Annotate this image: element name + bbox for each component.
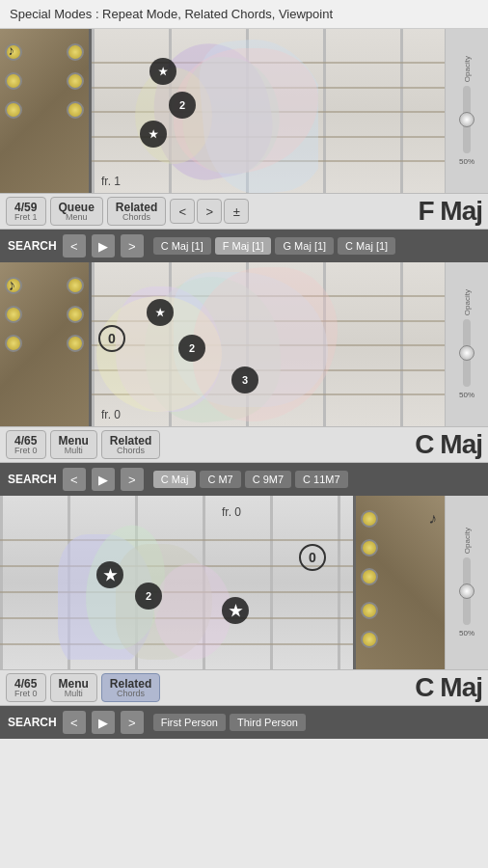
opacity-slider-1[interactable]: Opacity 50% — [445, 29, 488, 193]
search-play-3[interactable]: ▶ — [92, 711, 115, 734]
search-back-1[interactable]: < — [63, 234, 86, 258]
opacity-percent-2: 50% — [459, 391, 474, 399]
finger-1-3: ★ — [140, 121, 167, 148]
panel-2: ♪ 0 ★ 2 3 fr. 0 Opacity 50% — [0, 262, 488, 496]
finger-3-2: 2 — [135, 583, 162, 610]
search-play-1[interactable]: ▶ — [92, 234, 115, 258]
search-results-3: First Person Third Person — [153, 714, 480, 731]
search-results-2: C Maj C M7 C 9M7 C 11M7 — [153, 471, 480, 488]
opacity-label-1: Opacity — [463, 56, 472, 82]
app-header: Special Modes : Repeat Mode, Related Cho… — [0, 0, 488, 29]
fret-label-3: fr. 0 — [222, 505, 241, 519]
position-btn-3[interactable]: 4/65 Fret 0 — [6, 673, 46, 702]
chord-name-2: C Maj — [415, 429, 482, 460]
search-result-3-1[interactable]: Third Person — [230, 714, 306, 731]
finger-2-1: ★ — [147, 299, 174, 326]
panel-3: ♪ fr. 0 ★ 2 ★ 0 Opacity 50% — [0, 496, 488, 739]
search-label-2: SEARCH — [8, 473, 57, 486]
opacity-slider-2[interactable]: Opacity 50% — [445, 262, 488, 426]
finger-2-2: 2 — [178, 335, 205, 362]
finger-1-1: ★ — [149, 58, 176, 85]
chord-name-3: C Maj — [415, 672, 482, 703]
search-back-3[interactable]: < — [63, 711, 86, 734]
finger-1-2: 2 — [169, 92, 196, 119]
opacity-percent-1: 50% — [459, 157, 474, 166]
header-title: Special Modes : Repeat Mode, Related Cho… — [10, 7, 333, 21]
slider-thumb-3[interactable] — [459, 583, 474, 599]
finger-3-open: 0 — [299, 544, 326, 571]
search-bar-1: SEARCH < ▶ > C Maj [1] F Maj [1] G Maj [… — [0, 230, 488, 262]
slider-thumb-2[interactable] — [459, 345, 474, 361]
opacity-slider-3[interactable]: Opacity 50% — [445, 496, 488, 669]
opacity-percent-3: 50% — [459, 629, 474, 637]
fret-label-1: fr. 1 — [101, 175, 121, 188]
finger-3-star2: ★ — [222, 597, 249, 624]
queue-btn-2[interactable]: Menu Multi — [50, 430, 97, 459]
opacity-label-2: Opacity — [463, 289, 472, 315]
finger-2-open: 0 — [98, 325, 125, 352]
fret-label-2: fr. 0 — [101, 408, 121, 421]
search-results-1: C Maj [1] F Maj [1] G Maj [1] C Maj [1] — [153, 237, 480, 255]
queue-btn-3[interactable]: Menu Multi — [50, 673, 97, 702]
slider-track-1[interactable] — [463, 86, 471, 153]
related-btn-2[interactable]: Related Chords — [101, 430, 160, 459]
finger-2-3: 3 — [231, 366, 258, 393]
search-result-1-3[interactable]: C Maj [1] — [338, 237, 395, 255]
queue-btn-1[interactable]: Queue Menu — [50, 197, 103, 226]
finger-3-star1: ★ — [96, 561, 123, 588]
control-bar-1: 4/59 Fret 1 Queue Menu Related Chords < … — [0, 193, 488, 230]
search-label-1: SEARCH — [8, 239, 57, 253]
search-bar-3: SEARCH < ▶ > First Person Third Person — [0, 706, 488, 739]
search-result-2-2[interactable]: C 9M7 — [245, 471, 291, 488]
related-btn-1[interactable]: Related Chords — [107, 197, 166, 226]
search-result-1-0[interactable]: C Maj [1] — [153, 237, 211, 255]
nav-fwd-1[interactable]: > — [197, 199, 222, 224]
slider-thumb-1[interactable] — [459, 112, 474, 127]
search-play-2[interactable]: ▶ — [92, 468, 115, 491]
opacity-label-3: Opacity — [463, 528, 472, 554]
search-result-3-0[interactable]: First Person — [153, 714, 226, 731]
nav-group-1: < > ± — [170, 199, 249, 224]
position-btn-2[interactable]: 4/65 Fret 0 — [6, 430, 46, 459]
slider-track-3[interactable] — [463, 557, 471, 625]
guitar-area-2: ♪ 0 ★ 2 3 fr. 0 Opacity 50% — [0, 262, 488, 426]
search-fwd-2[interactable]: > — [121, 468, 144, 491]
search-bar-2: SEARCH < ▶ > C Maj C M7 C 9M7 C 11M7 — [0, 463, 488, 496]
chord-name-1: F Maj — [418, 196, 482, 227]
search-label-3: SEARCH — [8, 716, 57, 729]
search-result-2-0[interactable]: C Maj — [153, 471, 197, 488]
search-result-1-1[interactable]: F Maj [1] — [215, 237, 272, 255]
position-btn-1[interactable]: 4/59 Fret 1 — [6, 197, 46, 226]
panel-1: Special Modes : Repeat Mode, Related Cho… — [0, 0, 488, 262]
search-fwd-3[interactable]: > — [121, 711, 144, 734]
signature-3: ♪ — [427, 509, 438, 528]
control-bar-3: 4/65 Fret 0 Menu Multi Related Chords C … — [0, 669, 488, 706]
control-bar-2: 4/65 Fret 0 Menu Multi Related Chords C … — [0, 426, 488, 463]
related-btn-3[interactable]: Related Chords — [101, 673, 160, 702]
search-result-1-2[interactable]: G Maj [1] — [275, 237, 334, 255]
search-back-2[interactable]: < — [63, 468, 86, 491]
guitar-area-3: ♪ fr. 0 ★ 2 ★ 0 Opacity 50% — [0, 496, 488, 669]
nav-back-1[interactable]: < — [170, 199, 195, 224]
search-result-2-3[interactable]: C 11M7 — [295, 471, 348, 488]
search-result-2-1[interactable]: C M7 — [200, 471, 240, 488]
slider-track-2[interactable] — [463, 319, 471, 387]
search-fwd-1[interactable]: > — [121, 234, 144, 258]
nav-pm-1[interactable]: ± — [224, 199, 249, 224]
guitar-area-1: ♪ ★ 2 ★ fr. 1 Opacity — [0, 29, 488, 193]
